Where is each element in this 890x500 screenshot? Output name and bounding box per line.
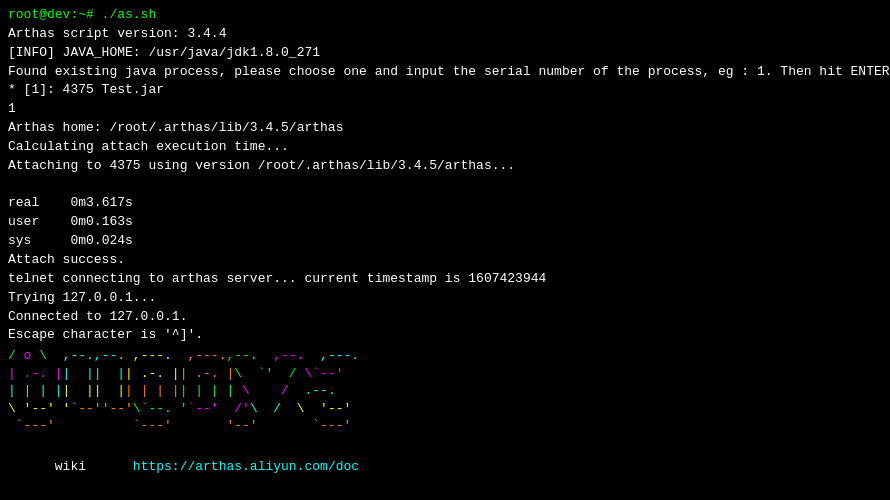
command-line: root@dev:~# ./as.sh bbox=[8, 6, 882, 25]
arthas-home-line: Arthas home: /root/.arthas/lib/3.4.5/art… bbox=[8, 119, 882, 138]
info-section: wiki https://arthas.aliyun.com/doc tutor… bbox=[8, 439, 882, 500]
telnet-line: telnet connecting to arthas server... cu… bbox=[8, 270, 882, 289]
attach-success-line: Attach success. bbox=[8, 251, 882, 270]
ascii-line-3: | | | || || || | | || | | | \ / .--. bbox=[8, 382, 882, 400]
escape-line: Escape character is '^]'. bbox=[8, 326, 882, 345]
attaching-line: Attaching to 4375 using version /root/.a… bbox=[8, 157, 882, 176]
sys-time-line: sys 0m0.024s bbox=[8, 232, 882, 251]
ascii-line-4: \ '--' '`--''--'\`--. '`--' /'\ / \ '--' bbox=[8, 400, 882, 418]
connected-line: Connected to 127.0.0.1. bbox=[8, 308, 882, 327]
version-line: Arthas script version: 3.4.4 bbox=[8, 25, 882, 44]
java-home-line: [INFO] JAVA_HOME: /usr/java/jdk1.8.0_271 bbox=[8, 44, 882, 63]
input-line: 1 bbox=[8, 100, 882, 119]
wiki-url: https://arthas.aliyun.com/doc bbox=[133, 459, 359, 474]
found-process-line: Found existing java process, please choo… bbox=[8, 63, 882, 82]
blank-line bbox=[8, 176, 882, 195]
tutorials-line: tutorials https://arthas.aliyun.com/doc/… bbox=[8, 495, 882, 500]
ascii-line-1: / o \ ,--.,--. ,---. ,---.,--. ,--. ,---… bbox=[8, 347, 882, 365]
ascii-line-2: | .-. || || || .-. || .-. |\ `' / \`--' bbox=[8, 365, 882, 383]
user-time-line: user 0m0.163s bbox=[8, 213, 882, 232]
process-list-line: * [1]: 4375 Test.jar bbox=[8, 81, 882, 100]
trying-line: Trying 127.0.0.1... bbox=[8, 289, 882, 308]
wiki-label: wiki bbox=[55, 459, 86, 474]
real-time-line: real 0m3.617s bbox=[8, 194, 882, 213]
ascii-art-banner: / o \ ,--.,--. ,---. ,---.,--. ,--. ,---… bbox=[8, 347, 882, 435]
calculating-line: Calculating attach execution time... bbox=[8, 138, 882, 157]
ascii-line-5: `---' `---' '--' `---' bbox=[8, 417, 882, 435]
wiki-line: wiki https://arthas.aliyun.com/doc bbox=[8, 439, 882, 496]
terminal-output: root@dev:~# ./as.sh Arthas script versio… bbox=[8, 6, 882, 345]
terminal-window: root@dev:~# ./as.sh Arthas script versio… bbox=[0, 0, 890, 500]
